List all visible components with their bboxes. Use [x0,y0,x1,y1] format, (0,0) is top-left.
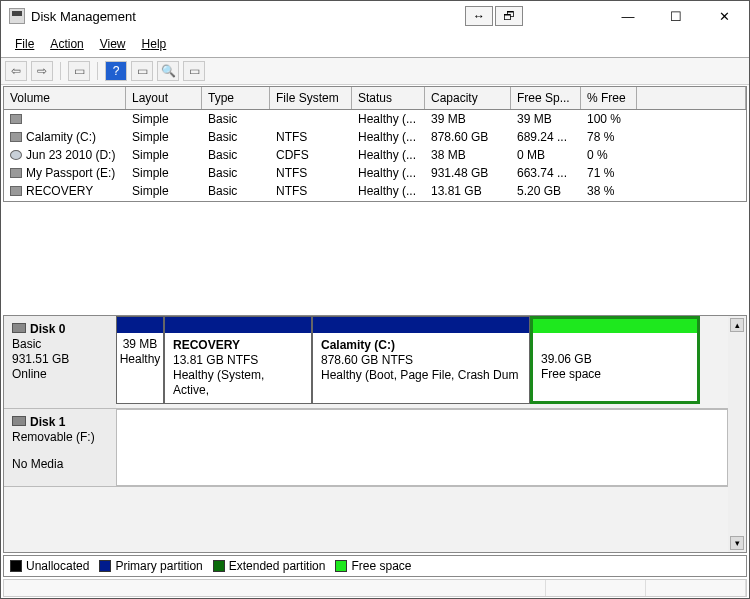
disk-state: Online [12,367,108,382]
disk-state: No Media [12,457,108,472]
app-icon [9,8,25,24]
disk-map: Disk 0 Basic 931.51 GB Online 39 MB Heal… [3,315,747,553]
disk-name: Disk 1 [30,415,65,429]
toolbar: ⇦ ⇨ ▭ ? ▭ 🔍 ▭ [1,58,749,85]
col-capacity[interactable]: Capacity [425,87,511,109]
partition-freespace[interactable]: 39.06 GB Free space [530,316,700,404]
window: Disk Management ↔ 🗗 — ☐ ✕ File Action Vi… [0,0,750,599]
volume-list-area: Volume Layout Type File System Status Ca… [1,85,749,315]
scroll-up-icon[interactable]: ▴ [730,318,744,332]
refresh-button[interactable]: ▭ [131,61,153,81]
volume-icon [10,150,22,160]
volume-icon [10,168,22,178]
menubar: File Action View Help [1,31,749,58]
col-volume[interactable]: Volume [4,87,126,109]
help-button[interactable]: ? [105,61,127,81]
volume-icon [10,132,22,142]
no-media-area [116,409,728,486]
disk-header: Disk 0 Basic 931.51 GB Online [4,316,116,408]
maximize-button[interactable]: ☐ [661,5,691,27]
scrollbar[interactable]: ▴ ▾ [728,316,746,552]
table-row[interactable]: Calamity (C:)SimpleBasicNTFSHealthy (...… [4,128,746,146]
col-layout[interactable]: Layout [126,87,202,109]
disk-row[interactable]: Disk 1 Removable (F:) No Media [4,409,728,487]
legend-freespace: Free space [335,559,411,573]
volume-icon [10,186,22,196]
table-body: SimpleBasicHealthy (...39 MB39 MB100 %Ca… [4,110,746,201]
volume-icon [10,114,22,124]
minimize-button[interactable]: — [613,5,643,27]
col-filesystem[interactable]: File System [270,87,352,109]
legend: Unallocated Primary partition Extended p… [3,555,747,577]
mdi-controls: ↔ 🗗 [465,6,523,26]
titlebar: Disk Management ↔ 🗗 — ☐ ✕ [1,1,749,31]
col-pctfree[interactable]: % Free [581,87,637,109]
disk-icon [12,323,26,333]
table-row[interactable]: SimpleBasicHealthy (...39 MB39 MB100 % [4,110,746,128]
legend-extended: Extended partition [213,559,326,573]
disk-type: Basic [12,337,108,352]
disk-size: 931.51 GB [12,352,108,367]
legend-unallocated: Unallocated [10,559,89,573]
menu-action[interactable]: Action [44,35,89,53]
scroll-down-icon[interactable]: ▾ [730,536,744,550]
col-status[interactable]: Status [352,87,425,109]
view-split-button[interactable]: ▭ [68,61,90,81]
back-button[interactable]: ⇦ [5,61,27,81]
search-button[interactable]: 🔍 [157,61,179,81]
window-controls: — ☐ ✕ [613,5,747,27]
disk-type: Removable (F:) [12,430,108,445]
volume-table: Volume Layout Type File System Status Ca… [3,86,747,202]
legend-primary: Primary partition [99,559,202,573]
table-header: Volume Layout Type File System Status Ca… [4,87,746,110]
list-button[interactable]: ▭ [183,61,205,81]
close-button[interactable]: ✕ [709,5,739,27]
menu-view[interactable]: View [94,35,132,53]
table-row[interactable]: RECOVERYSimpleBasicNTFSHealthy (...13.81… [4,182,746,200]
statusbar [3,579,747,597]
mdi-restore-button[interactable]: 🗗 [495,6,523,26]
partition-calamity[interactable]: Calamity (C:) 878.60 GB NTFS Healthy (Bo… [312,316,530,404]
disk-row[interactable]: Disk 0 Basic 931.51 GB Online 39 MB Heal… [4,316,728,409]
table-row[interactable]: Jun 23 2010 (D:)SimpleBasicCDFSHealthy (… [4,146,746,164]
partition-system[interactable]: 39 MB Healthy [116,316,164,404]
disk-icon [12,416,26,426]
menu-help[interactable]: Help [136,35,173,53]
col-free[interactable]: Free Sp... [511,87,581,109]
partition-recovery[interactable]: RECOVERY 13.81 GB NTFS Healthy (System, … [164,316,312,404]
window-title: Disk Management [31,9,136,24]
disk-header: Disk 1 Removable (F:) No Media [4,409,116,486]
mdi-resize-button[interactable]: ↔ [465,6,493,26]
menu-file[interactable]: File [9,35,40,53]
disk-name: Disk 0 [30,322,65,336]
forward-button[interactable]: ⇨ [31,61,53,81]
col-type[interactable]: Type [202,87,270,109]
table-row[interactable]: My Passport (E:)SimpleBasicNTFSHealthy (… [4,164,746,182]
